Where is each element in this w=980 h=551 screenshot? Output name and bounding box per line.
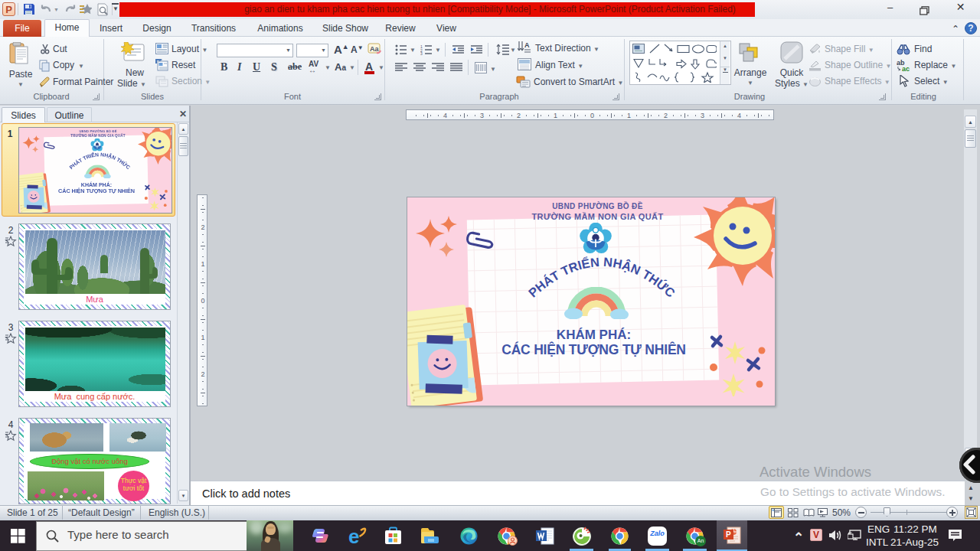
svg-text:ac: ac bbox=[902, 65, 910, 72]
svg-text:e: e bbox=[348, 526, 359, 546]
svg-text:A: A bbox=[524, 41, 530, 49]
svg-text:P: P bbox=[726, 530, 731, 539]
svg-text:Aa: Aa bbox=[370, 45, 379, 53]
svg-text:3: 3 bbox=[420, 51, 423, 55]
